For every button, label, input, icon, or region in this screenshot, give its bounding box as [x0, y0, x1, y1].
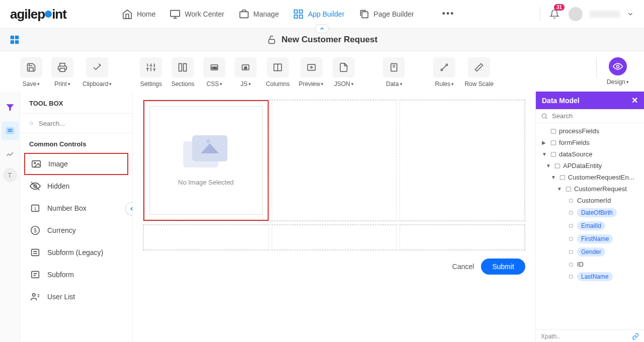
svg-rect-7 [11, 36, 14, 39]
toolbar-columns[interactable]: Columns [266, 57, 289, 88]
nav-app-builder[interactable]: App Builder [293, 9, 344, 20]
svg-point-38 [542, 114, 546, 118]
nav-manage[interactable]: Manage [238, 9, 279, 20]
toolbar-preview[interactable]: Preview▾ [299, 57, 324, 88]
toolbar-data[interactable]: Data▾ [383, 57, 405, 88]
tree-node-processfields[interactable]: processFields [539, 125, 641, 137]
tree-node-formfields[interactable]: ▶formFields [539, 137, 641, 148]
tool-item-label: Number Box [47, 204, 87, 212]
svg-rect-44 [566, 187, 571, 191]
toolbox-search[interactable] [20, 114, 132, 133]
tree-node-datasource[interactable]: ▼dataSource [539, 148, 641, 160]
tree-field-gender[interactable]: Gender [539, 245, 641, 259]
submit-button[interactable]: Submit [481, 259, 525, 275]
drop-cell[interactable] [272, 225, 397, 250]
image-placeholder: No Image Selected [149, 106, 263, 215]
toolbar-css[interactable]: CSSCSS▾ [203, 57, 225, 88]
tool-item-number-box[interactable]: 1 Number Box [20, 197, 132, 219]
rail-chart[interactable] [2, 145, 19, 163]
toolbar-js[interactable]: JSJS▾ [234, 57, 257, 88]
logo-text-pre: agilep [10, 7, 45, 22]
data-model-header: Data Model ✕ [536, 92, 644, 109]
toolbox-search-input[interactable] [39, 120, 123, 127]
tree-field-emailid[interactable]: EmailId [539, 219, 641, 232]
drop-cell[interactable] [399, 100, 525, 221]
toolbar-print[interactable]: Print▾ [51, 57, 73, 88]
avatar[interactable] [569, 7, 583, 21]
svg-rect-22 [391, 64, 397, 71]
svg-text:1: 1 [34, 206, 36, 211]
tree-field-lastname[interactable]: LastName [539, 270, 641, 283]
search-icon [541, 113, 548, 120]
data-search-input[interactable] [552, 112, 639, 120]
subheader: New Customer Request [0, 28, 644, 51]
tree-field-firstname[interactable]: FirstName [539, 232, 641, 245]
tool-item-subform[interactable]: Subform [20, 264, 132, 286]
tool-item-label: Subform (Legacy) [47, 248, 103, 256]
data-model-title: Data Model [542, 97, 580, 105]
header-right: 31 [540, 7, 634, 21]
save-icon [26, 62, 36, 72]
nav-home[interactable]: Home [122, 9, 155, 20]
image-widget-placeholder[interactable]: No Image Selected [143, 100, 269, 221]
grid-icon [9, 34, 20, 45]
tree-field-customerid[interactable]: CustomerId [539, 195, 641, 206]
notifications-button[interactable]: 31 [547, 7, 561, 21]
toolbar-json[interactable]: JSON▾ [333, 57, 355, 88]
tree-node-customerrequesten[interactable]: ▼CustomerRequestEn... [539, 172, 641, 183]
preview-icon [306, 62, 316, 72]
tree-node-customerrequest[interactable]: ▼CustomerRequest [539, 183, 641, 195]
svg-rect-43 [560, 175, 565, 179]
user-menu-toggle[interactable] [627, 11, 634, 18]
tree-field-id[interactable]: ID [539, 259, 641, 270]
chevron-left-icon [128, 205, 133, 212]
unlock-icon [267, 35, 277, 45]
drop-area-row2 [143, 224, 525, 250]
home-icon [122, 9, 133, 20]
svg-rect-48 [570, 237, 573, 240]
cancel-button[interactable]: Cancel [452, 263, 474, 271]
tool-item-subform-legacy[interactable]: Subform (Legacy) [20, 241, 132, 264]
drop-cell[interactable] [272, 100, 397, 221]
nav-more-button[interactable]: ••• [442, 9, 455, 20]
drop-cell[interactable] [143, 225, 269, 250]
tool-item-image[interactable]: Image [24, 153, 128, 175]
tool-item-label: Image [48, 160, 68, 168]
svg-rect-1 [239, 12, 248, 18]
tool-label: Columns [266, 80, 289, 88]
nav-page-builder[interactable]: Page Builder [359, 9, 414, 20]
rail-text[interactable]: T [3, 168, 17, 182]
toolbar-save[interactable]: Save▾ [20, 57, 42, 88]
apps-grid-button[interactable] [9, 34, 20, 45]
toolbar-design[interactable]: Design▾ [607, 57, 629, 86]
drop-cell[interactable] [399, 225, 525, 250]
toolbar-clipboard[interactable]: Clipboard▾ [83, 57, 112, 88]
image-placeholder-icon [183, 135, 228, 170]
eye-icon [613, 61, 623, 71]
monitor-icon [170, 9, 181, 20]
toolbar-row-scale[interactable]: Row Scale [464, 57, 493, 88]
tool-label: JS [240, 80, 248, 88]
toolbar-rules[interactable]: Rules▾ [433, 57, 455, 88]
nav-work-center[interactable]: Work Center [170, 9, 224, 20]
tree-field-dateofbirth[interactable]: DateOfBirth [539, 206, 641, 219]
nav-label: Home [137, 10, 155, 18]
svg-rect-5 [299, 15, 302, 18]
toolbar-settings[interactable]: Settings [140, 57, 162, 88]
logo-dot-icon [45, 11, 52, 18]
data-model-search[interactable] [536, 109, 644, 123]
toolbar-sections[interactable]: Sections [171, 57, 194, 88]
page-title: New Customer Request [267, 35, 378, 45]
tool-item-hidden[interactable]: Hidden [20, 175, 132, 197]
tree-node-apdataentity[interactable]: ▼APDataEntity [539, 160, 641, 172]
tool-item-user-list[interactable]: User List [20, 286, 132, 308]
tool-item-currency[interactable]: $ Currency [20, 219, 132, 241]
collapse-header-button[interactable] [315, 24, 329, 33]
main-area: T TOOL BOX Common Controls Image Hidden … [0, 92, 644, 342]
rail-filter[interactable] [2, 99, 19, 117]
rail-toolbox[interactable] [2, 122, 19, 140]
svg-rect-11 [269, 39, 275, 43]
svg-point-24 [446, 64, 448, 65]
xpath-link-button[interactable] [632, 333, 639, 340]
close-panel-button[interactable]: ✕ [631, 96, 638, 105]
